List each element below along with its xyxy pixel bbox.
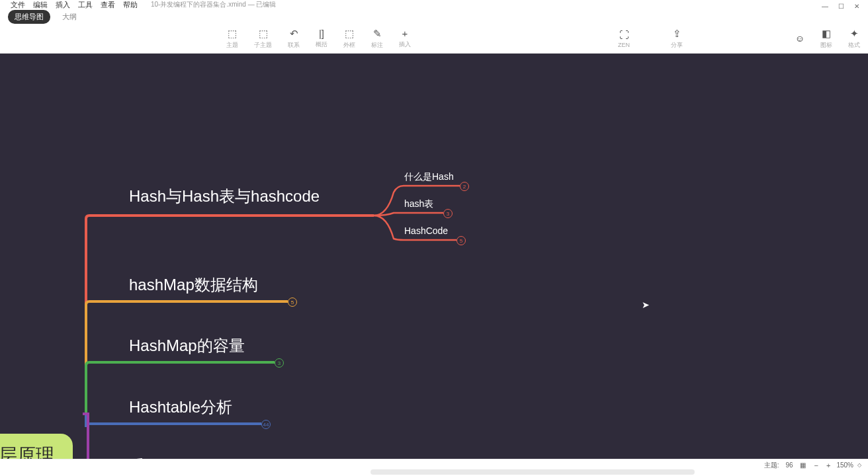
topic-icon: ⬚	[228, 28, 237, 40]
zoom-out-button[interactable]: −	[812, 461, 820, 469]
format-icon: ✦	[850, 28, 859, 40]
horizontal-scrollbar[interactable]	[370, 469, 695, 475]
branch-hashmap-cap[interactable]: HashMap的容量	[129, 335, 245, 356]
tool-charu[interactable]: +插入	[399, 28, 411, 50]
branch-hash[interactable]: Hash与Hash表与hashcode	[129, 186, 320, 207]
tool-geshi[interactable]: ✦格式	[848, 28, 860, 50]
mindmap-canvas[interactable]: 层原理 Hash与Hash表与hashcode 什么是Hash 2 hash表 …	[0, 54, 868, 459]
tool-biaozhu[interactable]: ✎标注	[371, 28, 383, 50]
branch-hashtable[interactable]: Hashtable分析	[129, 397, 232, 418]
mouse-cursor: ➤	[642, 299, 650, 310]
branch-write-hashmap[interactable]: 手写HashMap	[129, 456, 229, 459]
zen-icon: ⛶	[619, 29, 629, 40]
maximize-button[interactable]: ☐	[838, 3, 844, 9]
menu-edit[interactable]: 编辑	[33, 0, 48, 10]
menu-view[interactable]: 查看	[101, 0, 115, 10]
tool-zizhuti[interactable]: ⬚子主题	[254, 28, 272, 50]
menu-file[interactable]: 文件	[11, 0, 25, 10]
topic-count-label: 主题:	[764, 461, 779, 470]
tool-gaikuo[interactable]: |]概括	[316, 28, 327, 50]
map-icon[interactable]: ▦	[800, 461, 806, 469]
topic-count: 96	[785, 461, 793, 469]
branch-hashmap-struct[interactable]: hashMap数据结构	[129, 274, 258, 296]
tool-waikuang[interactable]: ⬚外框	[343, 28, 355, 50]
tool-tubiao[interactable]: ◧图标	[820, 28, 832, 50]
zoom-level[interactable]: 150%	[836, 461, 853, 469]
tab-mindmap[interactable]: 思维导图	[8, 10, 50, 24]
minimize-button[interactable]: —	[822, 3, 828, 9]
relation-icon: ↶	[290, 28, 298, 40]
badge-5[interactable]: 3	[275, 358, 284, 368]
note-icon: ✎	[373, 28, 382, 40]
menu-tools[interactable]: 工具	[78, 0, 93, 10]
toolbar: ⬚主题 ⬚子主题 ↶联系 |]概括 ⬚外框 ✎标注 +插入 ⛶ZEN ⇪分享 ☺…	[0, 24, 868, 54]
zoom-dropdown-icon[interactable]: ◇	[857, 462, 861, 468]
tool-zhuti[interactable]: ⬚主题	[226, 28, 238, 50]
boundary-icon: ⬚	[345, 28, 354, 40]
summary-icon: |]	[319, 28, 324, 39]
badge-1[interactable]: 2	[460, 182, 469, 191]
icons-icon: ◧	[822, 28, 831, 40]
subtopic-icon: ⬚	[259, 28, 268, 40]
badge-3[interactable]: 5	[456, 236, 466, 245]
badge-4[interactable]: 5	[288, 298, 297, 307]
tool-share[interactable]: ⇪分享	[671, 28, 683, 50]
insert-icon: +	[402, 28, 408, 39]
root-node[interactable]: 层原理	[0, 434, 73, 459]
tab-outline[interactable]: 大纲	[56, 10, 83, 24]
document-title: 10-并发编程下的容器集合.xmind — 已编辑	[151, 0, 276, 9]
zoom-in-button[interactable]: +	[824, 461, 832, 469]
close-button[interactable]: ✕	[853, 3, 860, 9]
badge-2[interactable]: 3	[443, 209, 453, 218]
sub-what-hash[interactable]: 什么是Hash	[404, 171, 454, 183]
menu-insert[interactable]: 插入	[56, 0, 70, 10]
tool-lianxian[interactable]: ↶联系	[288, 28, 300, 50]
share-icon: ⇪	[673, 28, 681, 40]
sub-hash-table[interactable]: hash表	[404, 198, 433, 210]
smile-icon[interactable]: ☺	[795, 33, 804, 44]
badge-6[interactable]: 44	[261, 420, 271, 429]
sub-hashcode[interactable]: HashCode	[404, 225, 448, 236]
menu-help[interactable]: 帮助	[123, 0, 138, 10]
tool-zen[interactable]: ⛶ZEN	[618, 29, 630, 48]
